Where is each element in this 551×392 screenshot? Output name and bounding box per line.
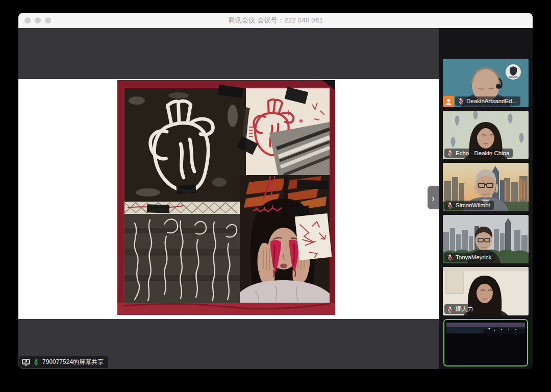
mic-muted-icon (446, 254, 454, 261)
participant-name: SimonWilmot (456, 202, 490, 208)
window-controls (24, 17, 51, 23)
participants-sidebar: DEAKIN DeakinArtsan (439, 28, 533, 369)
participant-tile[interactable]: DEAKIN DeakinArtsan (443, 59, 529, 107)
svg-text:DEAKIN: DEAKIN (509, 76, 517, 79)
close-button[interactable] (24, 17, 31, 23)
participant-name: 娜大力 (456, 305, 473, 313)
mic-muted-icon (446, 306, 454, 313)
participant-namebar: DeakinArtsandEd... (455, 96, 520, 106)
fullscreen-button[interactable] (45, 17, 51, 23)
participant-tile[interactable]: 娜大力 (443, 267, 529, 315)
mic-muted-icon (457, 97, 464, 105)
person-icon (443, 96, 454, 107)
mic-on-icon (33, 358, 40, 366)
participant-tile[interactable]: SimonWilmot (443, 163, 529, 211)
screen-share-indicator: 790077524的屏幕共享 (19, 356, 108, 368)
screen-share-label: 790077524的屏幕共享 (42, 358, 104, 366)
participant-name: Echo - Deakin China (456, 150, 509, 156)
meeting-window: 腾讯会议 会议号：222 040 061 (18, 13, 533, 369)
participant-name: TonyaMeyrick (456, 254, 491, 260)
mic-muted-icon (446, 202, 454, 209)
titlebar: 腾讯会议 会议号：222 040 061 (18, 13, 533, 28)
screen-share-icon (22, 358, 30, 366)
participant-namebar: 娜大力 (444, 304, 477, 314)
participant-namebar: TonyaMeyrick (444, 253, 495, 262)
minimize-button[interactable] (35, 17, 41, 23)
mic-muted-icon (446, 150, 454, 157)
participant-video (444, 320, 527, 365)
participant-namebar: Echo - Deakin China (444, 149, 513, 158)
chevron-right-icon: › (432, 191, 435, 204)
participant-tile-active-speaker[interactable] (443, 319, 528, 366)
participant-tile[interactable]: TonyaMeyrick (443, 215, 529, 263)
participant-tile[interactable]: Echo - Deakin China (443, 111, 529, 159)
shared-screen-region: 790077524的屏幕共享 › (18, 28, 439, 369)
shared-artwork-image (117, 80, 335, 315)
participant-name: DeakinArtsandEd... (466, 98, 517, 104)
participant-namebar: SimonWilmot (444, 201, 494, 210)
sidebar-collapse-handle[interactable]: › (428, 186, 439, 209)
window-title: 腾讯会议 会议号：222 040 061 (228, 16, 323, 25)
